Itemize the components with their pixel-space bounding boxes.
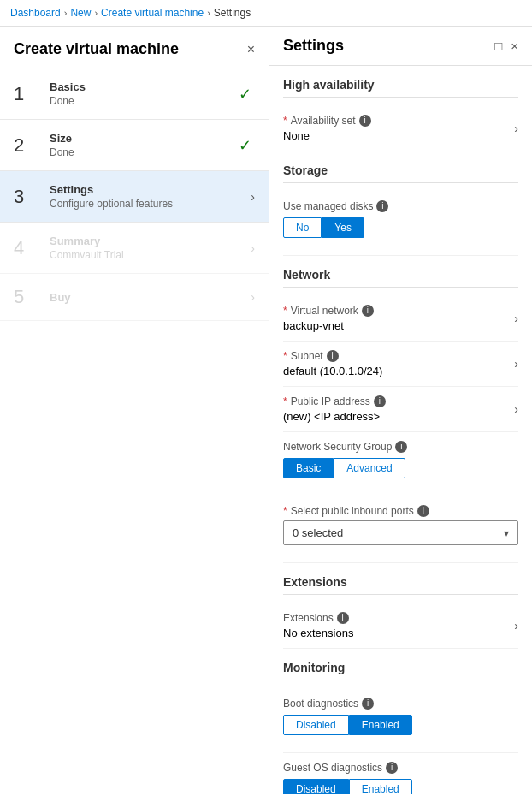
- step-1-number: 1: [14, 83, 41, 105]
- guest-os-diagnostics-disabled-button[interactable]: Disabled: [283, 779, 349, 794]
- nsg-label: Network Security Group i: [283, 441, 518, 453]
- inbound-ports-field: Select public inbound ports i 0 selected…: [283, 496, 518, 563]
- subnet-info: Subnet i default (10.0.1.0/24): [283, 350, 382, 377]
- boot-diagnostics-disabled-button[interactable]: Disabled: [283, 715, 349, 735]
- virtual-network-info: Virtual network i backup-vnet: [283, 305, 374, 332]
- public-ip-info: Public IP address i (new) <IP address>: [283, 395, 386, 423]
- extensions-info-icon[interactable]: i: [337, 612, 349, 624]
- step-3-name: Settings: [50, 183, 247, 196]
- nsg-advanced-button[interactable]: Advanced: [334, 458, 405, 478]
- subnet-value: default (10.0.1.0/24): [283, 365, 382, 377]
- public-ip-info-icon[interactable]: i: [374, 395, 386, 407]
- step-2-name: Size: [50, 132, 239, 145]
- availability-set-value: None: [283, 129, 371, 142]
- left-panel-close-button[interactable]: ×: [247, 42, 255, 57]
- inbound-ports-chevron-icon: ▾: [504, 527, 509, 539]
- breadcrumb-create-vm[interactable]: Create virtual machine: [101, 7, 204, 19]
- inbound-ports-value: 0 selected: [293, 526, 343, 539]
- subnet-label: Subnet i: [283, 350, 382, 362]
- virtual-network-label: Virtual network i: [283, 305, 374, 317]
- left-panel: Create virtual machine × 1 Basics Done ✓…: [0, 27, 269, 794]
- subnet-chevron-icon: ›: [514, 357, 518, 371]
- breadcrumb-sep-2: ›: [94, 8, 98, 18]
- maximize-button[interactable]: □: [494, 39, 502, 53]
- nsg-basic-button[interactable]: Basic: [283, 458, 334, 478]
- breadcrumb-sep-1: ›: [64, 8, 68, 18]
- step-1-check-icon: ✓: [239, 85, 251, 104]
- boot-diagnostics-enabled-button[interactable]: Enabled: [349, 715, 412, 735]
- extensions-label: Extensions i: [283, 612, 353, 624]
- step-2-size[interactable]: 2 Size Done ✓: [0, 120, 269, 171]
- nsg-info-icon[interactable]: i: [395, 441, 407, 453]
- section-high-availability: High availability: [283, 66, 518, 98]
- managed-disks-field: Use managed disks i No Yes: [283, 192, 518, 256]
- inbound-ports-label: Select public inbound ports i: [283, 505, 518, 517]
- step-3-chevron-icon: ›: [251, 190, 255, 204]
- managed-disks-no-button[interactable]: No: [283, 217, 322, 238]
- boot-diagnostics-field: Boot diagnostics i Disabled Enabled: [283, 689, 518, 753]
- main-layout: Create virtual machine × 1 Basics Done ✓…: [0, 27, 532, 794]
- public-ip-chevron-icon: ›: [514, 402, 518, 416]
- breadcrumb-settings: Settings: [214, 7, 251, 19]
- left-panel-header: Create virtual machine ×: [0, 27, 269, 68]
- guest-os-diagnostics-enabled-button[interactable]: Enabled: [349, 779, 412, 794]
- step-4-name: Summary: [50, 235, 247, 247]
- right-panel-header: Settings □ ×: [269, 27, 532, 66]
- managed-disks-toggle: No Yes: [283, 217, 518, 238]
- boot-diagnostics-toggle: Disabled Enabled: [283, 715, 518, 735]
- virtual-network-value: backup-vnet: [283, 319, 374, 332]
- public-ip-value: (new) <IP address>: [283, 410, 386, 423]
- availability-set-label: Availability set i: [283, 115, 371, 127]
- availability-set-info-icon[interactable]: i: [359, 115, 371, 127]
- subnet-info-icon[interactable]: i: [327, 350, 339, 362]
- guest-os-diagnostics-toggle: Disabled Enabled: [283, 779, 518, 794]
- section-extensions: Extensions: [283, 563, 518, 595]
- availability-set-field[interactable]: Availability set i None ›: [283, 106, 518, 151]
- step-5-info: Buy: [50, 291, 247, 304]
- breadcrumb: Dashboard › New › Create virtual machine…: [0, 0, 532, 27]
- step-3-sub: Configure optional features: [50, 198, 247, 210]
- step-1-sub: Done: [50, 95, 239, 107]
- step-2-number: 2: [14, 134, 41, 157]
- guest-os-diagnostics-info-icon[interactable]: i: [386, 762, 398, 774]
- virtual-network-info-icon[interactable]: i: [362, 305, 374, 317]
- step-2-info: Size Done: [50, 132, 239, 158]
- step-1-basics[interactable]: 1 Basics Done ✓: [0, 68, 269, 120]
- step-1-info: Basics Done: [50, 80, 239, 107]
- right-panel: Settings □ × High availability Availabil…: [269, 27, 532, 794]
- step-5-number: 5: [14, 286, 41, 308]
- guest-os-diagnostics-label: Guest OS diagnostics i: [283, 762, 518, 774]
- subnet-field[interactable]: Subnet i default (10.0.1.0/24) ›: [283, 342, 518, 387]
- extensions-value: No extensions: [283, 627, 353, 639]
- availability-set-chevron-icon: ›: [514, 122, 518, 135]
- step-5-buy: 5 Buy ›: [0, 274, 269, 321]
- breadcrumb-sep-3: ›: [207, 8, 210, 18]
- boot-diagnostics-info-icon[interactable]: i: [362, 698, 374, 710]
- step-4-summary: 4 Summary Commvault Trial ›: [0, 223, 269, 274]
- extensions-info: Extensions i No extensions: [283, 612, 353, 639]
- managed-disks-yes-button[interactable]: Yes: [322, 217, 364, 238]
- extensions-chevron-icon: ›: [514, 619, 518, 633]
- header-icon-group: □ ×: [494, 39, 518, 53]
- nsg-field: Network Security Group i Basic Advanced: [283, 432, 518, 496]
- managed-disks-info-icon[interactable]: i: [376, 200, 388, 212]
- inbound-ports-select[interactable]: 0 selected ▾: [283, 520, 518, 545]
- step-3-settings[interactable]: 3 Settings Configure optional features ›: [0, 171, 269, 223]
- inbound-ports-info-icon[interactable]: i: [417, 505, 429, 517]
- create-vm-title: Create virtual machine: [14, 40, 179, 58]
- section-monitoring: Monitoring: [283, 649, 518, 680]
- breadcrumb-dashboard[interactable]: Dashboard: [10, 7, 61, 19]
- step-5-chevron-icon: ›: [251, 290, 255, 304]
- section-network: Network: [283, 256, 518, 288]
- right-panel-close-button[interactable]: ×: [511, 39, 518, 53]
- step-3-info: Settings Configure optional features: [50, 183, 247, 210]
- step-2-check-icon: ✓: [239, 136, 251, 155]
- public-ip-field[interactable]: Public IP address i (new) <IP address> ›: [283, 387, 518, 432]
- virtual-network-field[interactable]: Virtual network i backup-vnet ›: [283, 296, 518, 342]
- breadcrumb-new[interactable]: New: [70, 7, 91, 19]
- virtual-network-chevron-icon: ›: [514, 312, 518, 325]
- extensions-field[interactable]: Extensions i No extensions ›: [283, 603, 518, 649]
- nsg-toggle: Basic Advanced: [283, 458, 518, 478]
- step-2-sub: Done: [50, 146, 239, 158]
- section-storage: Storage: [283, 151, 518, 183]
